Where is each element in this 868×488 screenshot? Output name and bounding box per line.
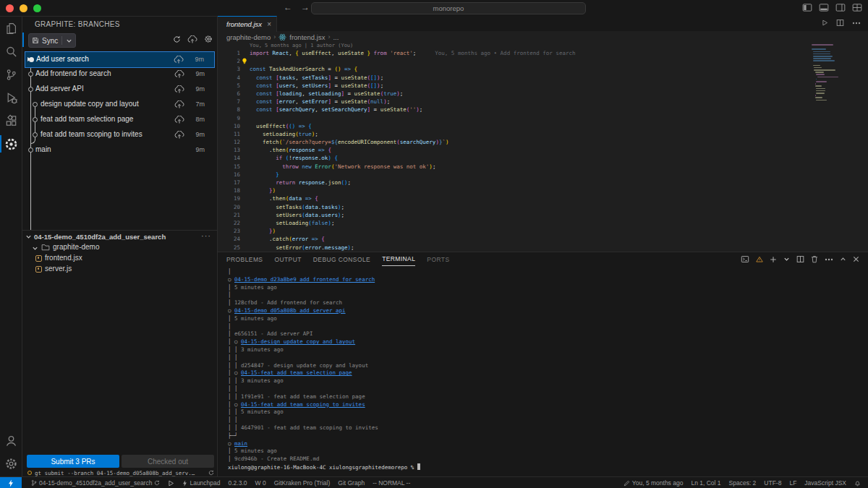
more-icon[interactable] [852, 22, 861, 25]
panel-tab-terminal[interactable]: TERMINAL [382, 252, 415, 266]
minimize-window-button[interactable] [20, 4, 27, 12]
plus-icon[interactable] [770, 256, 777, 263]
split-icon[interactable] [796, 255, 804, 263]
status-git-graph[interactable]: Git Graph [338, 479, 365, 487]
activity-item-run-debug[interactable] [0, 86, 22, 109]
activity-item-explorer[interactable] [0, 17, 22, 40]
activity-item-search[interactable] [0, 40, 22, 63]
activity-item-extensions[interactable] [0, 109, 22, 132]
branch-dot-icon [28, 72, 33, 77]
branch-link[interactable]: 04-15-demo_d23a8be9_add_frontend_for_sea… [234, 276, 375, 283]
zoom-window-button[interactable] [33, 4, 41, 12]
command-center-search[interactable]: monorepo [311, 2, 586, 14]
warn-icon[interactable] [756, 256, 763, 262]
sync-button[interactable]: Sync [28, 33, 76, 48]
toggle-panel-icon[interactable] [819, 3, 829, 12]
changes-section-header[interactable]: 04-15-demo_4510df2a_add_user_search ··· [22, 230, 217, 242]
branch-link[interactable]: main [234, 440, 247, 447]
status-notifications[interactable] [854, 479, 861, 487]
chevron-up-icon[interactable] [840, 256, 846, 262]
file-label: frontend.jsx [45, 254, 82, 262]
code-line: 20 setTasks(data.tasks); [218, 203, 868, 211]
status-language-mode[interactable]: JavaScript JSX [804, 479, 846, 487]
status-launchpad[interactable]: Launchpad [182, 479, 220, 487]
activity-item-accounts[interactable] [0, 429, 22, 452]
branch-row[interactable]: Add user search9m [25, 51, 215, 68]
tree-item-server-js[interactable]: server.js [22, 264, 217, 275]
tree-item-frontend-jsx[interactable]: frontend.jsx [22, 253, 217, 264]
branch-link[interactable]: 04-15-feat_add_team_selection_page [241, 369, 352, 376]
activity-item-graphite[interactable] [0, 132, 22, 155]
customize-layout-icon[interactable] [852, 3, 862, 12]
cloud-upload-icon[interactable] [174, 131, 184, 139]
panel-tab-ports[interactable]: PORTS [427, 253, 449, 266]
branch-row[interactable]: feat add team selection page8m [25, 112, 215, 127]
toggle-sidebar-icon[interactable] [802, 3, 812, 12]
branch-row[interactable]: feat add team scoping to invites9m [25, 127, 215, 142]
tab-frontend-jsx[interactable]: frontend.jsx × [218, 16, 277, 32]
gear-small-icon[interactable] [204, 35, 213, 43]
status-indentation[interactable]: Spaces: 2 [729, 479, 757, 487]
toggle-secondary-sidebar-icon[interactable] [835, 3, 846, 12]
breadcrumb[interactable]: graphite-demo›frontend.jsx›... [218, 31, 868, 43]
branch-row[interactable]: Add frontend for search9m [25, 67, 215, 82]
branch-link[interactable]: 04-15-design_update_copy_and_layout [241, 338, 355, 345]
activity-item-source-control[interactable] [0, 63, 22, 86]
cloud-upload-icon[interactable] [187, 35, 197, 43]
checked-out-button[interactable]: Checked out [122, 455, 214, 468]
submit-prs-button[interactable]: Submit 3 PRs [27, 455, 119, 468]
chevron-down-icon[interactable] [783, 256, 790, 262]
panel-tab-output[interactable]: OUTPUT [274, 253, 301, 266]
branch-link[interactable]: 04-15-demo_d05a808b_add_server_api [234, 307, 346, 314]
refresh-icon[interactable] [173, 35, 181, 43]
breadcrumb-item[interactable]: graphite-demo [226, 33, 271, 41]
status-encoding[interactable]: UTF-8 [764, 479, 781, 487]
panel-tab-debug-console[interactable]: DEBUG CONSOLE [313, 253, 370, 266]
split-icon[interactable] [836, 19, 844, 27]
extensions-icon [4, 114, 18, 128]
trash-icon[interactable] [811, 255, 818, 263]
branch-row[interactable]: design update copy and layout7m [25, 97, 215, 112]
status-run-task[interactable] [168, 480, 174, 487]
status-blame[interactable]: You, 5 months ago [624, 479, 684, 487]
status-remote-indicator[interactable] [0, 477, 22, 488]
cloud-upload-icon[interactable] [174, 85, 184, 93]
close-window-button[interactable] [6, 4, 14, 12]
status-version[interactable]: 0.2.3.0 [229, 479, 247, 487]
close-icon[interactable] [853, 256, 859, 262]
status-git-branch[interactable]: 04-15-demo_4510df2a_add_user_search [31, 479, 160, 487]
status-eol[interactable]: LF [789, 479, 796, 487]
status-cursor-position[interactable]: Ln 1, Col 1 [691, 479, 720, 487]
terminal-output[interactable]: │○ 04-15-demo_d23a8be9_add_frontend_for_… [228, 268, 865, 477]
panel-tab-problems[interactable]: PROBLEMS [226, 253, 263, 266]
branch-link[interactable]: 04-15-feat_add_team_scoping_to_invites [241, 401, 365, 408]
codelens-annotation[interactable]: You, 5 months ago | 1 author (You) [250, 43, 868, 49]
react-icon [278, 33, 286, 41]
tree-item-graphite-demo[interactable]: graphite-demo [22, 242, 217, 253]
activity-item-settings[interactable] [0, 452, 22, 475]
cloud-upload-icon[interactable] [174, 100, 184, 108]
terminal-icon[interactable] [741, 255, 749, 263]
status-warnings[interactable]: W 0 [255, 479, 266, 487]
branch-row[interactable]: Add server API9m [25, 82, 215, 97]
sync-button-label: Sync [42, 37, 58, 45]
forward-button[interactable]: → [301, 2, 310, 12]
minimap[interactable] [812, 44, 839, 102]
status-label: Ln 1, Col 1 [691, 479, 720, 487]
close-tab-icon[interactable]: × [267, 20, 271, 28]
cloud-upload-icon[interactable] [174, 116, 184, 124]
status-vim-mode[interactable]: -- NORMAL -- [373, 479, 410, 487]
breadcrumb-item[interactable]: frontend.jsx [289, 33, 325, 41]
play-icon[interactable] [822, 20, 828, 26]
chevron-down-icon[interactable] [66, 38, 72, 44]
back-button[interactable]: ← [284, 2, 292, 12]
breadcrumb-item[interactable]: ... [333, 33, 339, 41]
status-gitkraken[interactable]: GitKraken Pro (Trial) [274, 479, 331, 487]
cloud-upload-icon[interactable] [174, 70, 184, 78]
cloud-upload-icon[interactable] [174, 56, 184, 64]
branch-row[interactable]: main9m [25, 142, 215, 158]
folder-icon [41, 244, 50, 251]
more-actions-icon[interactable]: ··· [201, 231, 211, 240]
code-editor[interactable]: You, 5 months ago | 1 author (You) 1impo… [218, 43, 868, 252]
more-icon[interactable] [825, 258, 833, 261]
